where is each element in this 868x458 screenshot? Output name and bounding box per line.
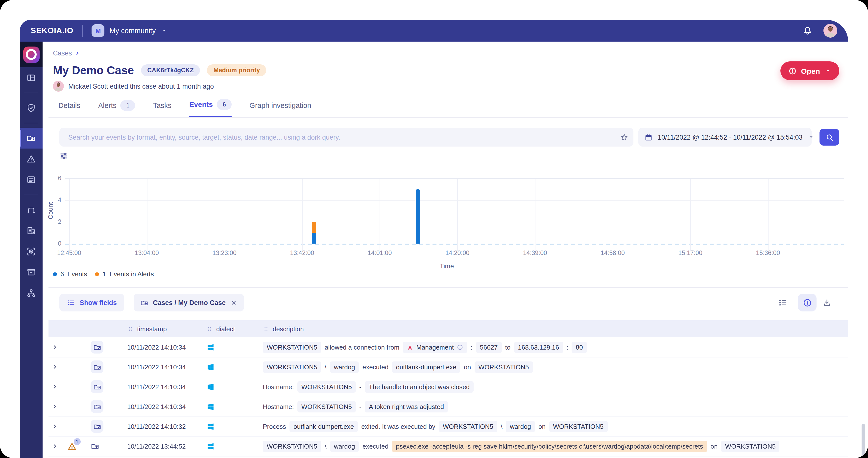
date-range-picker[interactable]: 10/11/2022 @ 12:44:52 - 10/11/2022 @ 15:…	[639, 128, 812, 147]
folder-check-icon[interactable]	[91, 341, 103, 353]
value-chip[interactable]: WORKSTATION5	[298, 381, 356, 392]
value-chip[interactable]: WORKSTATION5	[439, 421, 497, 432]
table-row[interactable]: 10/11/2022 14:10:34Hostname:WORKSTATION5…	[49, 377, 848, 397]
alert-warning-icon[interactable]: 1	[67, 441, 76, 451]
value-chip[interactable]: WORKSTATION5	[474, 361, 533, 373]
drag-handle-icon[interactable]	[206, 325, 213, 332]
tab-alerts[interactable]: Alerts1	[98, 99, 135, 118]
info-toggle-button[interactable]	[798, 294, 816, 311]
value-chip[interactable]: 80	[572, 341, 587, 353]
filter-sliders-icon[interactable]	[59, 151, 68, 161]
table-row[interactable]: 10/11/2022 14:10:34WORKSTATION5\wardogex…	[49, 357, 848, 377]
sidebar-item-organization-building[interactable]	[20, 220, 42, 241]
value-chip[interactable]: 168.63.129.16	[514, 341, 563, 353]
value-chip[interactable]: 56627	[476, 341, 501, 353]
legend-entry[interactable]: 6Events	[53, 270, 87, 278]
expand-row-chevron-icon[interactable]	[52, 377, 58, 397]
table-row[interactable]: 10/11/2022 14:10:32Processoutflank-dumpe…	[49, 417, 848, 437]
value-chip[interactable]: WORKSTATION5	[298, 401, 356, 412]
select-columns-icon[interactable]	[778, 298, 787, 308]
sidebar-item-observable-box[interactable]	[20, 241, 42, 262]
notifications-bell-icon[interactable]	[803, 26, 813, 36]
value-chip[interactable]: The handle to an object was closed	[365, 381, 474, 392]
bar-events-in-alerts[interactable]	[312, 222, 316, 233]
tab-graph-investigation[interactable]: Graph investigation	[249, 99, 311, 118]
tab-details[interactable]: Details	[58, 99, 81, 118]
value-chip[interactable]: WORKSTATION5	[549, 421, 608, 432]
value-chip[interactable]: WORKSTATION5	[263, 341, 321, 353]
column-header-description[interactable]: description	[263, 320, 304, 337]
sidebar-item-report-document[interactable]	[20, 169, 42, 190]
folder-check-icon[interactable]	[91, 361, 103, 373]
value-chip[interactable]: wardog	[330, 361, 359, 373]
sidebar-item-archive-box[interactable]	[20, 262, 42, 283]
user-avatar[interactable]	[824, 24, 837, 38]
observable-box-icon	[26, 247, 36, 256]
case-status-open-button[interactable]: Open	[780, 61, 839, 80]
table-row[interactable]: 10/11/2022 14:10:34WORKSTATION5allowed a…	[49, 337, 848, 357]
sidebar-nav	[20, 41, 42, 458]
case-filter-chip[interactable]: Cases / My Demo Case	[134, 294, 244, 311]
description-text: \	[324, 442, 327, 450]
value-chip[interactable]: WORKSTATION5	[263, 361, 321, 373]
value-chip[interactable]: outflank-dumpert.exe	[289, 421, 358, 432]
legend-count: 1	[102, 270, 106, 278]
drag-handle-icon[interactable]	[127, 325, 134, 332]
value-chip[interactable]: WORKSTATION5	[263, 440, 321, 452]
asset-chip[interactable]: Management	[403, 341, 467, 353]
timestamp-cell: 10/11/2022 14:10:32	[127, 417, 186, 436]
sidebar-item-shield-check[interactable]	[20, 97, 42, 118]
bar-events[interactable]	[416, 189, 420, 244]
sidebar-item-community-graph[interactable]	[20, 283, 42, 304]
table-row[interactable]: 110/11/2022 13:44:52WORKSTATION5\wardoge…	[49, 436, 848, 457]
breadcrumb-cases[interactable]: Cases	[53, 50, 72, 57]
info-icon[interactable]	[457, 344, 463, 350]
expand-row-chevron-icon[interactable]	[52, 357, 58, 377]
table-row[interactable]: 10/11/2022 14:10:34Hostname:WORKSTATION5…	[49, 397, 848, 417]
value-chip[interactable]: outflank-dumpert.exe	[392, 361, 460, 373]
x-tick-label: 15:36:00	[746, 250, 790, 256]
drag-handle-icon[interactable]	[263, 325, 269, 332]
folder-check-icon[interactable]	[91, 420, 103, 433]
value-chip[interactable]: wardog	[506, 421, 535, 432]
legend-entry[interactable]: 1Events in Alerts	[95, 270, 154, 278]
search-input[interactable]	[67, 133, 615, 141]
description-text: -	[359, 403, 362, 410]
value-chip[interactable]: WORKSTATION5	[721, 440, 780, 452]
sidebar-item-intake-pipeline[interactable]	[20, 200, 42, 220]
value-chip[interactable]: A token right was adjusted	[365, 401, 448, 412]
sidebar-item-dashboard[interactable]	[20, 67, 42, 88]
legend-dot	[53, 272, 57, 276]
tab-events[interactable]: Events6	[189, 99, 231, 118]
x-tick-label: 13:42:00	[280, 250, 324, 256]
expand-row-chevron-icon[interactable]	[52, 417, 58, 436]
description-text: executed	[363, 442, 389, 450]
show-fields-button[interactable]: Show fields	[59, 294, 124, 311]
sidebar-item-alert-triangle[interactable]	[20, 148, 42, 169]
timestamp-cell: 10/11/2022 14:10:34	[127, 337, 186, 357]
folder-check-icon[interactable]	[91, 380, 103, 393]
download-icon[interactable]	[823, 298, 831, 307]
sidebar-item-cases-folder-eye[interactable]	[20, 128, 42, 148]
highlighted-command-chip[interactable]: psexec.exe -accepteula -s reg save hklm\…	[392, 440, 707, 452]
search-button[interactable]	[819, 129, 839, 146]
favorite-star-icon[interactable]	[620, 133, 628, 141]
folder-add-icon[interactable]	[91, 442, 99, 451]
folder-check-icon[interactable]	[91, 400, 103, 413]
column-header-dialect[interactable]: dialect	[206, 320, 235, 337]
tab-label: Tasks	[153, 101, 172, 109]
alert-circle-icon	[788, 66, 797, 75]
column-header-timestamp[interactable]: timestamp	[127, 320, 167, 337]
value-chip[interactable]: wardog	[330, 440, 359, 452]
expand-row-chevron-icon[interactable]	[52, 436, 58, 456]
tab-tasks[interactable]: Tasks	[153, 99, 172, 118]
bar-events[interactable]	[312, 233, 316, 244]
vertical-scrollbar[interactable]	[862, 424, 865, 458]
community-selector[interactable]: My community	[110, 27, 156, 35]
expand-row-chevron-icon[interactable]	[52, 397, 58, 417]
breadcrumb[interactable]: Cases	[53, 50, 81, 57]
close-icon[interactable]	[230, 299, 238, 306]
sidebar-logo-block[interactable]	[20, 41, 42, 67]
expand-row-chevron-icon[interactable]	[52, 337, 58, 357]
chevron-down-icon[interactable]	[161, 27, 168, 34]
